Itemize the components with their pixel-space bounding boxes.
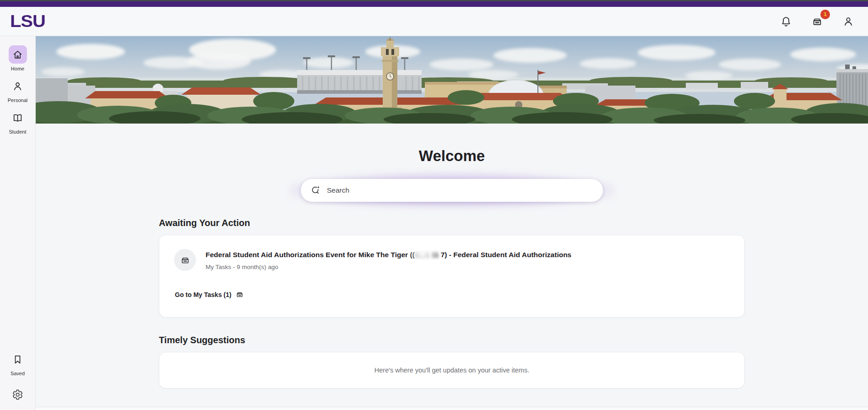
sidebar: Home Personal Student Saved xyxy=(0,36,36,410)
awaiting-action-card: Federal Student Aid Authorizations Event… xyxy=(159,235,745,318)
bell-icon xyxy=(780,16,792,27)
person-icon xyxy=(842,16,854,27)
sidebar-item-personal[interactable]: Personal xyxy=(8,77,27,103)
task-texts: Federal Student Aid Authorizations Event… xyxy=(206,249,571,270)
main-content: Welcome Awaiting Your Action Federal Stu… xyxy=(36,36,868,388)
go-to-my-tasks-link[interactable]: Go to My Tasks (1) xyxy=(174,290,244,299)
campus-banner-image xyxy=(36,36,868,124)
suggestions-empty-message: Here's where you'll get updates on your … xyxy=(374,367,529,374)
sidebar-item-home[interactable]: Home xyxy=(9,45,27,71)
sidebar-item-label: Home xyxy=(11,66,24,71)
app-header: LSU 1 xyxy=(0,7,868,36)
home-icon xyxy=(9,45,27,64)
timely-suggestions-card: Here's where you'll get updates on your … xyxy=(159,352,745,388)
magnifier-sparkle-icon xyxy=(311,185,321,195)
redacted-student-id: 1111 11 xyxy=(415,251,439,259)
search-bar[interactable] xyxy=(301,179,603,202)
header-actions: 1 xyxy=(778,14,856,29)
person-icon xyxy=(8,77,27,95)
sidebar-item-label: Student xyxy=(9,129,27,135)
inbox-tray-icon xyxy=(235,290,244,299)
suggestions-section-title: Timely Suggestions xyxy=(159,335,745,345)
task-item[interactable]: Federal Student Aid Authorizations Event… xyxy=(174,249,728,271)
brand-accent-bar xyxy=(0,1,868,7)
sidebar-settings-button[interactable] xyxy=(9,385,27,404)
sidebar-item-saved[interactable]: Saved xyxy=(9,350,27,376)
inbox-tray-icon xyxy=(174,249,196,271)
notifications-button[interactable] xyxy=(778,14,794,29)
gear-icon xyxy=(9,385,27,404)
open-book-icon xyxy=(9,108,27,127)
sidebar-item-label: Personal xyxy=(8,97,27,103)
page-bottom-edge xyxy=(36,407,868,410)
my-tasks-button[interactable]: 1 xyxy=(809,14,825,29)
search-zone xyxy=(278,168,626,212)
sidebar-item-label: Saved xyxy=(11,371,25,376)
task-meta: My Tasks - 9 month(s) ago xyxy=(206,264,571,270)
go-to-my-tasks-label: Go to My Tasks (1) xyxy=(175,291,231,298)
page-title: Welcome xyxy=(36,147,868,165)
task-title: Federal Student Aid Authorizations Event… xyxy=(206,250,571,259)
bookmark-icon xyxy=(9,350,27,368)
tasks-count-badge: 1 xyxy=(820,10,830,19)
search-input[interactable] xyxy=(327,186,593,194)
sidebar-item-student[interactable]: Student xyxy=(9,108,27,135)
awaiting-section-title: Awaiting Your Action xyxy=(159,218,745,228)
profile-button[interactable] xyxy=(841,14,856,29)
lsu-logo[interactable]: LSU xyxy=(10,12,45,31)
